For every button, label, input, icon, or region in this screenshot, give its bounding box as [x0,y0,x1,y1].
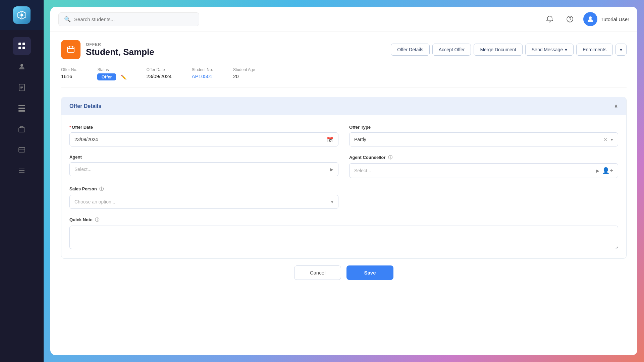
offer-details-button[interactable]: Offer Details [391,44,430,56]
offer-type-group: Offer Type Partly ✕ ▾ [349,125,618,146]
offer-date-input[interactable]: 23/09/2024 📅 [69,132,338,146]
offer-type-clear-icon[interactable]: ✕ [603,136,607,143]
form-footer: Cancel Save [61,259,627,283]
student-no-value[interactable]: AP10501 [192,73,213,79]
notifications-button[interactable] [543,12,556,26]
meta-offer-no: Offer No. 1616 [61,67,77,80]
section-header[interactable]: Offer Details ∧ [61,97,626,115]
svg-rect-11 [18,108,25,109]
offer-date-value: 23/09/2024 [147,73,172,79]
svg-point-5 [20,64,23,67]
main-wrapper: 🔍 Tutorial User [44,0,644,362]
svg-rect-12 [18,110,25,112]
sales-person-info-icon[interactable]: ⓘ [99,186,104,191]
meta-student-age: Student Age 20 [233,67,255,80]
offer-actions: Offer Details Accept Offer Merge Documen… [391,44,627,56]
sales-person-select[interactable]: Choose an option... ▾ [69,195,338,209]
calendar-icon[interactable]: 📅 [327,136,333,143]
student-age-label: Student Age [233,67,255,72]
svg-rect-1 [18,43,21,45]
svg-rect-13 [19,128,25,132]
offer-details-panel: Offer Details ∧ *Offer Date 23/09/2024 📅 [61,97,627,259]
user-info[interactable]: Tutorial User [583,12,629,26]
sales-person-arrow-icon: ▾ [331,199,333,204]
student-no-label: Student No. [192,67,213,72]
agent-field-label: Agent [69,155,338,160]
offer-date-field-label: *Offer Date [69,125,338,130]
svg-rect-2 [22,43,25,45]
avatar [583,12,597,26]
edit-status-icon[interactable]: ✏️ [121,74,126,80]
svg-point-21 [589,16,592,19]
sidebar-item-settings[interactable] [13,162,31,180]
offer-type-select[interactable]: Partly ✕ ▾ [349,132,618,146]
form-row-1: *Offer Date 23/09/2024 📅 Offer Type Part… [69,125,618,146]
section-body: *Offer Date 23/09/2024 📅 Offer Type Part… [61,115,626,258]
agent-select[interactable]: Select... ▶ [69,162,338,176]
sidebar-item-billing[interactable] [13,141,31,159]
agent-counsellor-info-icon[interactable]: ⓘ [388,155,392,160]
offer-type-field-label: Offer Type [349,125,618,130]
quick-note-textarea[interactable] [69,226,618,249]
offer-icon [61,40,80,59]
cancel-button[interactable]: Cancel [294,265,341,280]
svg-rect-14 [19,147,25,152]
agent-counsellor-arrow-icon: ▶ [596,168,599,173]
offer-date-label: Offer Date [147,67,172,72]
section-toggle-icon: ∧ [614,103,618,110]
search-box[interactable]: 🔍 [58,12,199,26]
meta-student-no: Student No. AP10501 [192,67,213,80]
accept-offer-button[interactable]: Accept Offer [432,44,471,56]
empty-group [349,186,618,209]
form-row-4: Quick Note ⓘ [69,217,618,249]
offer-meta: Offer No. 1616 Status Offer ✏️ Offer Dat… [61,67,627,87]
sidebar-item-students[interactable] [13,58,31,76]
sidebar-item-briefcase[interactable] [13,120,31,138]
sidebar-logo [0,0,44,30]
more-actions-button[interactable]: ▾ [615,44,627,56]
save-button[interactable]: Save [346,265,393,280]
sidebar-item-dashboard[interactable] [13,37,31,55]
quick-note-info-icon[interactable]: ⓘ [95,217,99,222]
user-name: Tutorial User [601,16,629,22]
status-label: Status [97,67,126,72]
search-icon: 🔍 [64,16,71,22]
sidebar-item-reports[interactable] [13,78,31,97]
enrolments-button[interactable]: Enrolments [576,44,613,56]
form-row-2: Agent Select... ▶ Agent Counsellor ⓘ [69,155,618,178]
svg-point-0 [20,14,23,16]
svg-rect-10 [18,105,25,106]
svg-rect-23 [69,46,70,48]
form-row-3: Sales Person ⓘ Choose an option... ▾ [69,186,618,209]
agent-counsellor-field-label: Agent Counsellor ⓘ [349,155,618,161]
help-button[interactable] [563,12,577,26]
offer-no-value: 1616 [61,73,77,79]
svg-rect-4 [22,47,25,49]
agent-counsellor-add-icon[interactable]: 👤+ [602,167,613,174]
meta-offer-date: Offer Date 23/09/2024 [147,67,172,80]
app-logo-icon[interactable] [13,6,31,24]
quick-note-field-label: Quick Note ⓘ [69,217,618,223]
send-message-chevron-icon: ▾ [565,47,567,52]
student-age-value: 20 [233,73,255,79]
content-card: 🔍 Tutorial User [50,7,637,355]
offer-label: OFFER [86,42,154,47]
offer-no-label: Offer No. [61,67,77,72]
merge-document-button[interactable]: Merge Document [474,44,522,56]
meta-status: Status Offer ✏️ [97,67,126,80]
offer-type-arrow-icon: ▾ [611,137,613,142]
offer-name: Student, Sample [86,47,154,57]
top-bar-actions: Tutorial User [543,12,629,26]
svg-rect-24 [72,46,73,48]
svg-rect-3 [18,47,21,49]
svg-point-20 [570,21,570,21]
page-content: OFFER Student, Sample Offer Details Acce… [50,32,637,355]
search-input[interactable] [74,16,194,22]
offer-title-block: OFFER Student, Sample [61,40,154,59]
agent-group: Agent Select... ▶ [69,155,338,178]
offer-header: OFFER Student, Sample Offer Details Acce… [61,40,627,59]
send-message-button[interactable]: Send Message ▾ [525,44,574,56]
top-bar: 🔍 Tutorial User [50,7,637,32]
agent-counsellor-select[interactable]: Select... ▶ 👤+ [349,163,618,178]
sidebar-item-grid[interactable] [13,99,31,117]
